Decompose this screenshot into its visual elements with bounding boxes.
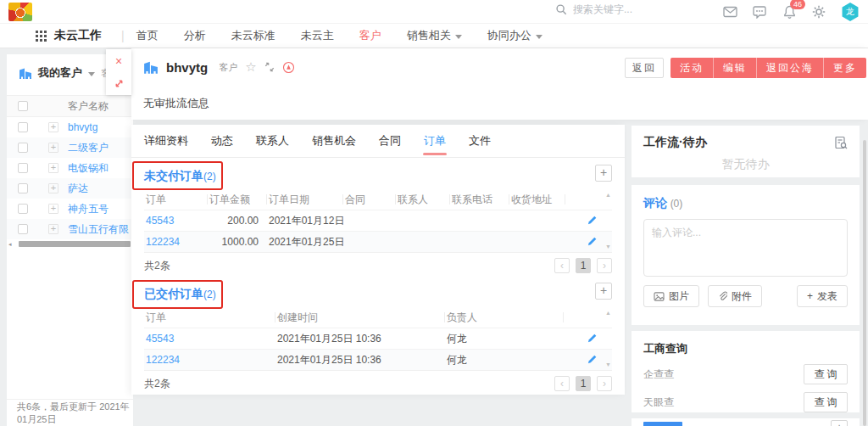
- edit-pencil-icon[interactable]: [587, 333, 598, 345]
- chevron-down-icon[interactable]: [88, 72, 95, 76]
- row-checkbox[interactable]: [18, 143, 28, 153]
- customer-row[interactable]: 萨达: [7, 178, 133, 199]
- nav-item-analysis[interactable]: 分析: [184, 28, 206, 43]
- next-page-button[interactable]: ›: [597, 376, 612, 391]
- order-row[interactable]: 122234 1000.00 2021年01月25日: [144, 231, 612, 252]
- order-link[interactable]: 122234: [144, 354, 275, 366]
- customer-link[interactable]: 电饭锅和: [68, 161, 108, 176]
- nav-item-customers[interactable]: 客户: [359, 28, 381, 43]
- app-logo[interactable]: [8, 3, 32, 21]
- row-checkbox[interactable]: [18, 122, 28, 132]
- row-checkbox[interactable]: [18, 224, 28, 234]
- bell-icon[interactable]: 46: [782, 4, 797, 20]
- edit-pencil-icon[interactable]: [587, 354, 598, 366]
- customer-link[interactable]: 神舟五号: [68, 202, 108, 216]
- order-link[interactable]: 122234: [144, 236, 208, 248]
- mail-icon[interactable]: [722, 4, 737, 20]
- add-order-button[interactable]: [595, 165, 612, 182]
- activity-button[interactable]: 活动: [670, 58, 713, 78]
- row-checkbox[interactable]: [18, 183, 28, 193]
- select-all-checkbox[interactable]: [18, 101, 28, 111]
- scroll-up-icon[interactable]: ▲: [604, 310, 613, 316]
- scroll-down-icon[interactable]: ▼: [604, 244, 613, 249]
- customer-link[interactable]: 二级客户: [68, 141, 108, 155]
- add-order-button[interactable]: [595, 283, 612, 300]
- current-page[interactable]: 1: [576, 376, 591, 391]
- back-button[interactable]: 返回: [625, 58, 664, 78]
- tab-opportunities[interactable]: 销售机会: [312, 125, 356, 157]
- chat-icon[interactable]: [752, 4, 767, 20]
- user-avatar[interactable]: 龙: [841, 3, 860, 21]
- expand-row-icon[interactable]: [48, 204, 58, 214]
- tab-activity[interactable]: 动态: [211, 125, 233, 157]
- edit-pencil-icon[interactable]: [587, 236, 598, 248]
- customer-row[interactable]: bhvytg: [7, 117, 133, 137]
- publish-comment-button[interactable]: + 发表: [797, 285, 848, 307]
- order-row[interactable]: 122234 2021年01月25日 10:36 何龙: [144, 349, 612, 370]
- gear-icon[interactable]: [811, 4, 826, 20]
- expand-diagonal-icon[interactable]: [106, 72, 131, 95]
- current-page[interactable]: 1: [576, 258, 591, 273]
- seal-badge-icon[interactable]: [282, 61, 295, 74]
- scrollbar-thumb[interactable]: [19, 241, 131, 247]
- workflow-title: 工作流·待办: [643, 135, 707, 150]
- expand-row-icon[interactable]: [48, 224, 58, 234]
- tab-contacts[interactable]: 联系人: [256, 125, 289, 157]
- next-page-button[interactable]: ›: [597, 258, 612, 273]
- star-icon[interactable]: [245, 59, 256, 75]
- scroll-left-icon[interactable]: ◂: [8, 240, 12, 248]
- insert-image-button[interactable]: 图片: [643, 285, 699, 307]
- order-link[interactable]: 45543: [144, 215, 208, 227]
- fullscreen-icon[interactable]: [264, 62, 275, 72]
- nav-item-collab[interactable]: 协同办公: [487, 28, 542, 43]
- row-checkbox[interactable]: [18, 204, 28, 214]
- global-search[interactable]: [555, 3, 700, 15]
- customer-link[interactable]: bhvytg: [68, 121, 97, 133]
- page-scrollbar-thumb[interactable]: [863, 140, 866, 426]
- horizontal-scrollbar[interactable]: ◂: [7, 240, 133, 248]
- edit-pencil-icon[interactable]: [587, 215, 598, 227]
- scroll-down-icon[interactable]: ▼: [604, 362, 613, 367]
- comment-input[interactable]: [643, 219, 848, 277]
- prev-page-button[interactable]: ‹: [554, 376, 570, 391]
- scroll-up-icon[interactable]: ▲: [604, 192, 613, 198]
- expand-row-icon[interactable]: [48, 143, 58, 153]
- tab-contracts[interactable]: 合同: [379, 125, 401, 157]
- order-row[interactable]: 45543 2021年01月25日 10:36 何龙: [144, 328, 612, 349]
- table-scrollbar[interactable]: ▲▼: [604, 189, 613, 252]
- expand-row-icon[interactable]: [48, 122, 58, 132]
- nav-item-standard[interactable]: 未云标准: [231, 28, 275, 43]
- nav-item-sales[interactable]: 销售相关: [407, 28, 462, 43]
- query-button[interactable]: 查询: [804, 364, 848, 384]
- order-row[interactable]: 45543 200.00 2021年01月12日: [144, 210, 612, 231]
- prev-page-button[interactable]: ‹: [554, 258, 570, 273]
- order-link[interactable]: 45543: [144, 333, 275, 345]
- search-input[interactable]: [573, 3, 700, 15]
- attach-file-button[interactable]: 附件: [708, 285, 762, 307]
- return-to-pool-button[interactable]: 退回公海: [756, 58, 823, 78]
- customer-row[interactable]: 二级客户: [7, 137, 133, 158]
- list-title[interactable]: 我的客户: [38, 65, 82, 81]
- edit-button[interactable]: 编辑: [713, 58, 756, 78]
- customer-row[interactable]: 电饭锅和: [7, 158, 133, 178]
- workflow-lookup-icon[interactable]: [834, 136, 848, 149]
- query-button[interactable]: 查询: [804, 392, 848, 412]
- customer-link[interactable]: 雪山五行有限: [68, 222, 129, 237]
- expand-row-icon[interactable]: [48, 183, 58, 193]
- tab-details[interactable]: 详细资料: [144, 125, 188, 157]
- tab-files[interactable]: 文件: [469, 125, 491, 157]
- add-button[interactable]: [831, 420, 848, 426]
- customer-row[interactable]: 神舟五号: [7, 199, 133, 219]
- close-icon[interactable]: ×: [106, 49, 131, 72]
- expand-row-icon[interactable]: [48, 163, 58, 173]
- customer-row[interactable]: 雪山五行有限: [7, 219, 133, 239]
- tab-orders[interactable]: 订单: [424, 125, 446, 157]
- more-button[interactable]: 更多: [823, 58, 866, 78]
- comments-panel: 评论 (0) 图片 附件 + 发表: [632, 185, 860, 325]
- row-checkbox[interactable]: [18, 163, 28, 173]
- table-scrollbar[interactable]: ▲▼: [604, 307, 613, 370]
- app-switcher[interactable]: 未云工作 |: [36, 28, 136, 43]
- nav-item-home[interactable]: 首页: [136, 28, 159, 43]
- nav-item-main[interactable]: 未云主: [301, 28, 334, 43]
- customer-link[interactable]: 萨达: [68, 182, 88, 196]
